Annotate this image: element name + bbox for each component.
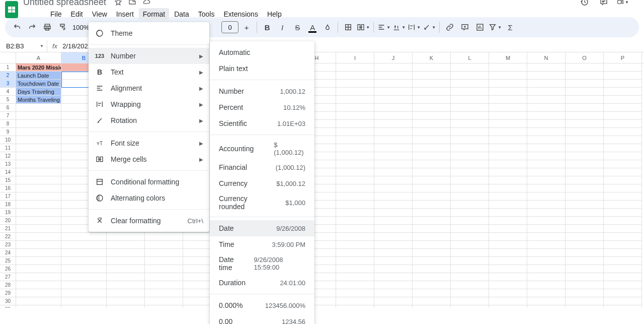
row-header-26[interactable]: 26 (0, 265, 16, 273)
cell-I31[interactable] (336, 305, 374, 308)
cell-K26[interactable] (413, 265, 451, 273)
row-header-21[interactable]: 21 (0, 225, 16, 233)
cell-A22[interactable] (16, 233, 61, 241)
menu-alignment[interactable]: Alignment▶ (89, 80, 209, 96)
cell-I25[interactable] (336, 257, 374, 265)
cell-L31[interactable] (451, 305, 489, 308)
row-header-24[interactable]: 24 (0, 249, 16, 257)
cell-M11[interactable] (489, 144, 527, 152)
cell-N4[interactable] (527, 88, 566, 96)
cell-N1[interactable] (527, 63, 566, 72)
menu-rotation[interactable]: Rotation▶ (89, 112, 209, 128)
history-icon[interactable] (579, 0, 591, 8)
menu-number[interactable]: 123Number▶ (89, 48, 209, 64)
cell-I15[interactable] (336, 176, 374, 184)
menu-conditional[interactable]: Conditional formatting (89, 174, 209, 190)
cell-O20[interactable] (566, 217, 604, 225)
cell-B31[interactable] (61, 305, 107, 308)
cell-A12[interactable] (16, 152, 61, 160)
cell-M9[interactable] (489, 128, 527, 136)
cell-M5[interactable] (489, 96, 527, 104)
cell-O12[interactable] (566, 152, 604, 160)
cell-O16[interactable] (566, 184, 604, 192)
menu-file[interactable]: File (46, 8, 66, 20)
row-header-3[interactable]: 3 (0, 80, 16, 88)
number-format-accounting[interactable]: Accounting$ (1,000.12) (210, 138, 314, 159)
v-align-icon[interactable]: ▼ (392, 20, 406, 34)
col-header-A[interactable]: A (16, 52, 61, 63)
cell-M6[interactable] (489, 104, 527, 112)
cell-K23[interactable] (413, 241, 451, 249)
cell-M13[interactable] (489, 160, 527, 168)
cell-I12[interactable] (336, 152, 374, 160)
cell-L27[interactable] (451, 273, 489, 281)
menu-insert[interactable]: Insert (112, 8, 138, 20)
cell-I3[interactable] (336, 80, 374, 88)
cell-D29[interactable] (145, 289, 183, 297)
cell-P11[interactable] (604, 144, 642, 152)
cell-M16[interactable] (489, 184, 527, 192)
cell-P3[interactable] (604, 80, 642, 88)
cell-P29[interactable] (604, 289, 642, 297)
cell-P13[interactable] (604, 160, 642, 168)
cell-I20[interactable] (336, 217, 374, 225)
cell-O25[interactable] (566, 257, 604, 265)
row-header-9[interactable]: 9 (0, 128, 16, 136)
menu-tools[interactable]: Tools (194, 8, 219, 20)
cell-O7[interactable] (566, 112, 604, 120)
cell-C28[interactable] (107, 281, 145, 289)
cell-M25[interactable] (489, 257, 527, 265)
row-header-17[interactable]: 17 (0, 192, 16, 201)
cell-A7[interactable] (16, 112, 61, 120)
cell-C23[interactable] (107, 241, 145, 249)
cell-J1[interactable] (374, 63, 413, 72)
cell-N9[interactable] (527, 128, 566, 136)
wrap-icon[interactable]: ▼ (407, 20, 421, 34)
cell-J3[interactable] (374, 80, 413, 88)
cell-P15[interactable] (604, 176, 642, 184)
menu-alternating[interactable]: Alternating colors (89, 190, 209, 206)
cell-J16[interactable] (374, 184, 413, 192)
cell-M24[interactable] (489, 249, 527, 257)
number-format-number[interactable]: Number1,000.12 (210, 83, 314, 99)
cell-J30[interactable] (374, 297, 413, 305)
cell-I4[interactable] (336, 88, 374, 96)
cell-A9[interactable] (16, 128, 61, 136)
cell-O23[interactable] (566, 241, 604, 249)
cell-I18[interactable] (336, 201, 374, 209)
cell-O24[interactable] (566, 249, 604, 257)
cell-L11[interactable] (451, 144, 489, 152)
cell-J31[interactable] (374, 305, 413, 308)
cell-J13[interactable] (374, 160, 413, 168)
cell-K27[interactable] (413, 273, 451, 281)
number-format-financial[interactable]: Financial(1,000.12) (210, 159, 314, 175)
cell-O11[interactable] (566, 144, 604, 152)
cell-J14[interactable] (374, 168, 413, 176)
cell-O15[interactable] (566, 176, 604, 184)
cell-P12[interactable] (604, 152, 642, 160)
cell-P6[interactable] (604, 104, 642, 112)
cell-K21[interactable] (413, 225, 451, 233)
row-header-28[interactable]: 28 (0, 281, 16, 289)
cell-M29[interactable] (489, 289, 527, 297)
cell-L21[interactable] (451, 225, 489, 233)
functions-icon[interactable]: Σ (503, 20, 517, 34)
cell-K18[interactable] (413, 201, 451, 209)
cell-A24[interactable] (16, 249, 61, 257)
cell-A14[interactable] (16, 168, 61, 176)
row-header-22[interactable]: 22 (0, 233, 16, 241)
cell-K19[interactable] (413, 209, 451, 217)
cell-N13[interactable] (527, 160, 566, 168)
cell-A15[interactable] (16, 176, 61, 184)
cell-K15[interactable] (413, 176, 451, 184)
cell-K28[interactable] (413, 281, 451, 289)
cell-P16[interactable] (604, 184, 642, 192)
increase-font-icon[interactable]: + (239, 20, 254, 34)
cell-P22[interactable] (604, 233, 642, 241)
cell-J17[interactable] (374, 192, 413, 201)
cell-A1[interactable]: Mars 2020 Mission (16, 63, 61, 72)
cell-D30[interactable] (145, 297, 183, 305)
cell-D22[interactable] (145, 233, 183, 241)
cell-M17[interactable] (489, 192, 527, 201)
cell-K9[interactable] (413, 128, 451, 136)
